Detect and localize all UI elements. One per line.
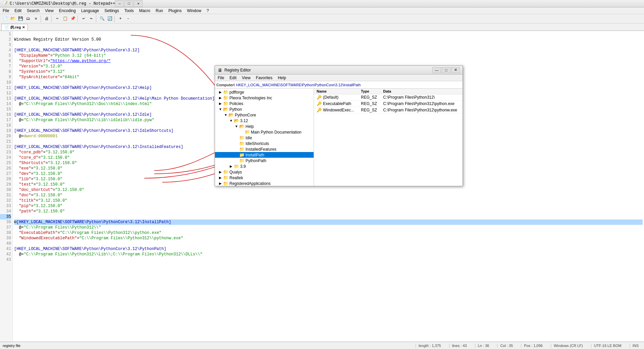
print-button[interactable]: 🖨 (43, 15, 50, 22)
menu-edit[interactable]: Edit (12, 7, 24, 14)
close-button[interactable]: ✕ (134, 0, 143, 7)
tab-icon: 📄 (4, 25, 9, 30)
reg-value-data: C:\Program Files\Python312\python.exe (380, 101, 463, 107)
tree-node-help[interactable]: ▼ 📂 Help (215, 123, 314, 129)
tabbar: 📄 的.reg ✕ (0, 23, 644, 31)
reg-value-icon: 🔑 (317, 108, 322, 112)
reg-value-data: C:\Program Files\Python312\ (380, 94, 463, 101)
menu-file[interactable]: File (0, 7, 12, 14)
tree-node-qualys[interactable]: ▶ 📁 Qualys (215, 169, 314, 175)
find-button[interactable]: 🔍 (98, 15, 106, 22)
open-button[interactable]: 📂 (9, 15, 16, 22)
tree-node-pythoncore[interactable]: ▼ 📂 PythonCore (215, 112, 314, 118)
undo-button[interactable]: ↩ (80, 15, 87, 22)
paste-button[interactable]: 📌 (69, 15, 76, 22)
reg-values[interactable]: Name Type Data 🔑(Default) REG_SZ C:\Prog… (314, 89, 463, 186)
reg-value-type: REG_SZ (358, 107, 380, 113)
reg-value-name: 🔑(Default) (314, 94, 358, 101)
zoom-out-button[interactable]: - (124, 15, 132, 22)
menu-encoding[interactable]: Encoding (56, 7, 78, 14)
tree-node-installpath[interactable]: 📁 InstallPath (215, 152, 314, 158)
status-pos: Pos : 1,096 (521, 344, 545, 348)
status-encoding: UTF-16 LE BOM (591, 344, 624, 348)
status-lines: lines : 43 (449, 344, 470, 348)
reg-title-label: Registry Editor (224, 68, 432, 72)
tab-label: 的.reg (10, 25, 21, 30)
maximize-button[interactable]: □ (124, 0, 133, 7)
cut-button[interactable]: ✂ (54, 15, 61, 22)
status-file-type: registry file (3, 344, 20, 348)
reg-address-path: HKEY_LOCAL_MACHINE\SOFTWARE\Python\Pytho… (236, 83, 361, 87)
expand-icon: ▶ (218, 96, 223, 100)
reg-menu-help[interactable]: Help (275, 75, 289, 81)
menu-run[interactable]: Run (153, 7, 166, 14)
menu-macro[interactable]: Macro (137, 7, 153, 14)
tree-node-pythonpath[interactable]: 📁 PythonPath (215, 158, 314, 163)
app-icon: 📝 (3, 1, 8, 6)
reg-value-row-windowedexec[interactable]: 🔑WindowedExec... REG_SZ C:\Program Files… (314, 107, 463, 113)
expand-icon: ▶ (218, 170, 223, 174)
tab-close-button[interactable]: ✕ (22, 26, 25, 29)
line-numbers: 12345 678910 1112131415 1617181920 21222… (0, 31, 13, 342)
tree-node-pleora[interactable]: ▶ 📁 Pleora Technologies Inc (215, 95, 314, 101)
tree-node-python[interactable]: ▼ 📂 Python (215, 106, 314, 112)
title-text: C:\Users\CNMIZHUI\Desktop\的.reg - Notepa… (10, 1, 115, 6)
reg-value-row-default[interactable]: 🔑(Default) REG_SZ C:\Program Files\Pytho… (314, 94, 463, 101)
reg-maximize-button[interactable]: □ (442, 67, 450, 73)
reg-body: ▶ 📁 pdfforge ▶ 📁 Pleora Technologies Inc… (215, 89, 463, 186)
expand-icon: ▶ (218, 182, 223, 185)
reg-address-label: Computer\ (216, 83, 235, 87)
values-header-name: Name (314, 89, 358, 94)
registry-editor: 🖥 Registry Editor — □ ✕ File Edit View F… (215, 65, 463, 186)
reg-menu-view[interactable]: View (239, 75, 253, 81)
status-col: Col : 35 (497, 344, 516, 348)
tree-node-39[interactable]: ▶ 📁 3.9 (215, 163, 314, 169)
reg-close-button[interactable]: ✕ (451, 67, 460, 73)
menu-search[interactable]: Search (24, 7, 42, 14)
reg-minimize-button[interactable]: — (432, 67, 441, 73)
menu-settings[interactable]: Settings (102, 7, 121, 14)
expand-icon: ▼ (218, 107, 223, 111)
expand-icon: ▶ (218, 90, 223, 94)
tree-node-policies[interactable]: ▶ 📁 Policies (215, 101, 314, 106)
redo-button[interactable]: ↪ (88, 15, 95, 22)
menu-window[interactable]: Window (184, 7, 204, 14)
tree-node-main-python-doc[interactable]: 📁 Main Python Documentation (215, 129, 314, 135)
save-button[interactable]: 💾 (17, 15, 24, 22)
values-header-type: Type (358, 89, 380, 94)
reg-value-data: C:\Program Files\Python312\pythonw.exe (380, 107, 463, 113)
tab-reg-file[interactable]: 📄 的.reg ✕ (1, 24, 28, 31)
copy-button[interactable]: 📋 (61, 15, 69, 22)
reg-value-type: REG_SZ (358, 94, 380, 101)
reg-value-icon: 🔑 (317, 101, 322, 106)
toolbar: 📄 📂 💾 🗂 ✕ 🖨 ✂ 📋 📌 ↩ ↪ 🔍 🔄 + - (0, 14, 644, 23)
expand-icon: ▼ (223, 113, 228, 117)
reg-menu-edit[interactable]: Edit (227, 75, 239, 81)
tree-node-idle[interactable]: 📁 Idle (215, 135, 314, 141)
replace-button[interactable]: 🔄 (106, 15, 113, 22)
new-button[interactable]: 📄 (1, 15, 9, 22)
reg-menubar: File Edit View Favorites Help (215, 74, 463, 81)
statusbar: registry file length : 1,375 lines : 43 … (0, 342, 644, 349)
zoom-in-button[interactable]: + (117, 15, 124, 22)
tree-node-idleshortcuts[interactable]: 📁 IdleShortcuts (215, 141, 314, 146)
menu-view[interactable]: View (42, 7, 56, 14)
tree-node-installedfeatures[interactable]: 📁 InstalledFeatures (215, 146, 314, 152)
expand-icon: ▼ (234, 124, 239, 128)
close-button-tb[interactable]: ✕ (32, 15, 40, 22)
reg-tree[interactable]: ▶ 📁 pdfforge ▶ 📁 Pleora Technologies Inc… (215, 89, 314, 186)
tree-node-312[interactable]: ▼ 📂 3.12 (215, 118, 314, 123)
reg-menu-file[interactable]: File (215, 75, 227, 81)
save-all-button[interactable]: 🗂 (24, 15, 32, 22)
minimize-button[interactable]: — (115, 0, 124, 7)
tree-node-realtek[interactable]: ▶ 📁 Realtek (215, 175, 314, 181)
menu-help[interactable]: ? (204, 7, 212, 14)
reg-menu-favorites[interactable]: Favorites (253, 75, 275, 81)
tree-node-registeredapps[interactable]: ▶ 📁 RegisteredApplications (215, 181, 314, 186)
reg-value-row-executablepath[interactable]: 🔑ExecutablePath REG_SZ C:\Program Files\… (314, 101, 463, 107)
menu-tools[interactable]: Tools (122, 7, 137, 14)
menu-plugins[interactable]: Plugins (166, 7, 184, 14)
menu-language[interactable]: Language (78, 7, 102, 14)
tree-node-pdfforge[interactable]: ▶ 📁 pdfforge (215, 89, 314, 95)
status-line-ending: Windows (CR LF) (551, 344, 586, 348)
